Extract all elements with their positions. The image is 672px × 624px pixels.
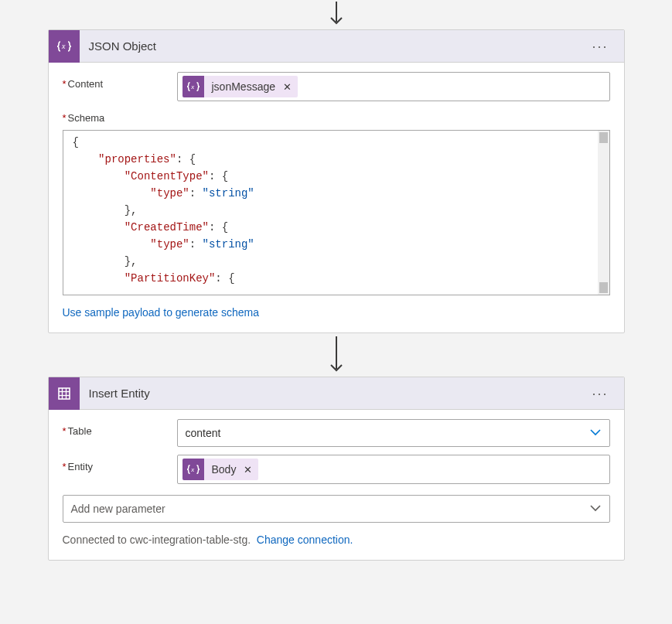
json-object-more-menu[interactable]: ··· [587,38,612,55]
remove-token-icon[interactable]: ✕ [281,81,298,93]
variable-icon: x [182,459,204,480]
change-connection-link[interactable]: Change connection. [257,534,353,546]
insert-entity-more-menu[interactable]: ··· [587,385,612,402]
add-new-parameter-placeholder: Add new parameter [71,503,165,515]
connection-status: Connected to cwc-integration-table-stg. … [63,534,610,546]
insert-entity-header[interactable]: Insert Entity ··· [49,377,624,410]
body-token[interactable]: x Body ✕ [182,459,259,480]
json-object-icon: x [49,30,80,63]
schema-editor[interactable]: { "properties": { "ContentType": { "type… [63,130,610,295]
jsonmessage-token[interactable]: x jsonMessage ✕ [182,76,298,97]
content-input[interactable]: x jsonMessage ✕ [177,72,610,101]
flow-arrow-top [327,0,346,29]
json-object-title: JSON Object [80,39,588,53]
svg-rect-4 [59,388,70,399]
table-field-label: *Table [63,419,177,437]
svg-text:x: x [61,42,66,50]
use-sample-payload-link[interactable]: Use sample payload to generate schema [63,306,259,319]
insert-entity-icon [49,377,80,410]
table-select[interactable]: content [177,419,610,447]
content-field-label: *Content [63,72,177,90]
remove-token-icon[interactable]: ✕ [242,464,258,476]
insert-entity-title: Insert Entity [80,387,588,400]
json-object-card: x JSON Object ··· *Content [48,29,625,333]
svg-text:x: x [190,465,194,473]
chevron-down-icon [589,502,602,517]
schema-scrollbar[interactable] [598,131,609,295]
entity-field-label: *Entity [63,455,177,472]
variable-icon: x [182,76,204,97]
body-token-label: Body [204,463,243,476]
table-select-value: content [186,427,221,439]
add-new-parameter-select[interactable]: Add new parameter [63,495,610,523]
json-object-header[interactable]: x JSON Object ··· [49,30,624,63]
flow-arrow-middle [327,333,346,377]
jsonmessage-token-label: jsonMessage [204,80,282,93]
schema-field-label: *Schema [63,112,610,124]
chevron-down-icon [589,426,602,441]
svg-text:x: x [190,83,194,90]
insert-entity-card: Insert Entity ··· *Table content [48,377,625,561]
entity-input[interactable]: x Body ✕ [177,455,610,484]
connection-status-text: Connected to cwc-integration-table-stg. [63,534,251,546]
